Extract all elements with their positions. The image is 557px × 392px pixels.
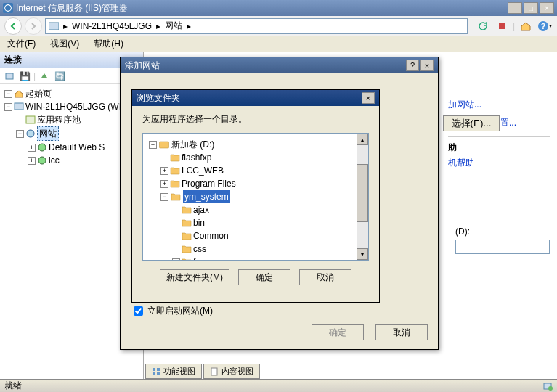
tree-server[interactable]: WIN-2L1HQ45LJGG (WIN — [25, 100, 128, 113]
action-online-help[interactable]: 机帮助 — [448, 154, 550, 172]
tree-startpage[interactable]: 起始页 — [25, 87, 52, 100]
scroll-up-button[interactable]: ▴ — [357, 134, 368, 145]
expand-toggle[interactable]: − — [16, 130, 24, 138]
folder-f[interactable]: f — [193, 256, 195, 261]
close-button[interactable]: × — [540, 2, 554, 14]
folder-lccweb[interactable]: LCC_WEB — [182, 164, 224, 177]
dialog-close-button[interactable]: × — [420, 60, 434, 71]
scroll-thumb[interactable] — [357, 164, 368, 222]
tree-sites[interactable]: 网站 — [37, 126, 59, 141]
expand-toggle[interactable]: + — [160, 180, 168, 188]
server-icon — [49, 21, 59, 31]
folder-css[interactable]: css — [193, 242, 206, 256]
tab-features[interactable]: 功能视图 — [145, 364, 202, 379]
svg-rect-12 — [153, 368, 155, 371]
save-button[interactable]: 💾 — [18, 70, 31, 83]
breadcrumb-server[interactable]: WIN-2L1HQ45LJGG — [72, 21, 152, 31]
window-title: Internet 信息服务 (IIS)管理器 — [16, 2, 508, 15]
up-button[interactable] — [38, 70, 51, 83]
folder-common[interactable]: Common — [193, 229, 229, 242]
action-add-site[interactable]: 加网站... — [448, 96, 550, 114]
addsite-ok-button[interactable]: 确定 — [312, 324, 364, 340]
folder-progfiles[interactable]: Program Files — [182, 177, 236, 190]
browse-cancel-button[interactable]: 取消 — [299, 269, 351, 285]
grid-icon — [152, 367, 160, 376]
breadcrumb-sites[interactable]: 网站 — [165, 20, 182, 32]
refresh-connections-button[interactable]: 🔄 — [53, 70, 66, 83]
expand-toggle[interactable]: + — [172, 258, 180, 261]
server-icon — [14, 102, 24, 112]
folder-ymsystem[interactable]: ym_system — [183, 190, 230, 203]
select-apppool-button[interactable]: 选择(E)... — [443, 115, 500, 131]
folder-tree-scrollbar[interactable]: ▴ ▾ — [357, 134, 368, 260]
browse-title: 浏览文件夹 — [137, 92, 180, 105]
folder-ajax[interactable]: ajax — [193, 203, 209, 216]
scroll-down-button[interactable]: ▾ — [357, 248, 368, 260]
start-immediately-checkbox[interactable] — [134, 306, 143, 316]
svg-text:?: ? — [541, 22, 546, 30]
breadcrumb-bar[interactable]: ▸ WIN-2L1HQ45LJGG ▸ 网站 ▸ — [45, 18, 468, 34]
refresh-button[interactable] — [475, 18, 491, 34]
forward-button[interactable] — [25, 17, 42, 35]
expand-toggle[interactable]: − — [4, 90, 12, 98]
menu-file[interactable]: 文件(F) — [4, 36, 38, 52]
svg-point-18 — [548, 386, 553, 391]
new-folder-button[interactable]: 新建文件夹(M) — [160, 269, 229, 285]
nav-bar: ▸ WIN-2L1HQ45LJGG ▸ 网站 ▸ | ?▾ — [0, 16, 557, 36]
folder-tree-frame: −新加卷 (D:) flashfxp +LCC_WEB +Program Fil… — [142, 133, 369, 261]
actions-pane: 加网站... 置网站默认设置... 助 机帮助 — [448, 96, 550, 172]
sites-icon — [25, 128, 36, 139]
tab-content[interactable]: 内容视图 — [203, 364, 260, 379]
folder-bin[interactable]: bin — [193, 216, 205, 229]
app-icon — [3, 3, 13, 13]
expand-toggle[interactable]: − — [160, 193, 168, 201]
tree-apppool[interactable]: 应用程序池 — [37, 113, 81, 126]
folder-icon — [182, 232, 192, 240]
add-website-titlebar[interactable]: 添加网站 ? × — [121, 57, 438, 73]
folder-icon — [170, 153, 180, 162]
home-button[interactable] — [518, 18, 534, 34]
minimize-button[interactable]: _ — [508, 2, 522, 14]
expand-toggle[interactable]: − — [4, 103, 12, 111]
back-button[interactable] — [4, 17, 22, 35]
home-icon — [14, 89, 24, 99]
expand-toggle[interactable]: + — [28, 144, 36, 152]
breadcrumb-sep: ▸ — [187, 21, 191, 31]
svg-rect-6 — [6, 73, 13, 79]
globe-icon — [37, 142, 47, 152]
maximize-button[interactable]: □ — [524, 2, 538, 14]
tree-drive[interactable]: 新加卷 (D:) — [171, 138, 214, 151]
status-bar: 就绪 — [0, 379, 557, 392]
svg-rect-2 — [49, 23, 59, 30]
svg-rect-3 — [499, 23, 505, 29]
connect-button[interactable] — [3, 70, 16, 83]
folder-icon — [170, 166, 180, 175]
dialog-help-button[interactable]: ? — [406, 60, 419, 71]
apppool-icon — [25, 115, 36, 125]
expand-toggle[interactable]: + — [160, 167, 168, 175]
stop-button[interactable] — [494, 18, 510, 34]
browse-titlebar[interactable]: 浏览文件夹 × — [132, 90, 379, 106]
svg-point-11 — [38, 157, 46, 164]
help-button[interactable]: ?▾ — [537, 18, 553, 34]
expand-toggle[interactable]: + — [28, 157, 36, 165]
tree-lcc[interactable]: lcc — [49, 154, 60, 167]
menu-help[interactable]: 帮助(H) — [91, 36, 126, 52]
svg-rect-7 — [15, 103, 23, 110]
browse-prompt: 为应用程序选择一个目录。 — [132, 106, 379, 130]
browse-ok-button[interactable]: 确定 — [238, 269, 290, 285]
menu-view[interactable]: 视图(V) — [47, 36, 82, 52]
browse-close-button[interactable]: × — [362, 92, 375, 104]
addsite-cancel-button[interactable]: 取消 — [375, 324, 428, 340]
physical-path-input[interactable] — [455, 240, 550, 254]
tree-defaultsite[interactable]: Default Web S — [49, 141, 105, 154]
folder-tree[interactable]: −新加卷 (D:) flashfxp +LCC_WEB +Program Fil… — [143, 134, 368, 261]
start-immediately-label: 立即启动网站(M) — [147, 305, 213, 317]
actions-help-header: 助 — [448, 142, 457, 152]
add-website-title: 添加网站 — [125, 60, 160, 72]
svg-rect-15 — [157, 372, 160, 375]
folder-flashfxp[interactable]: flashfxp — [182, 151, 211, 164]
folder-icon — [170, 179, 180, 188]
folder-icon — [182, 245, 192, 253]
expand-toggle[interactable]: − — [149, 141, 157, 149]
